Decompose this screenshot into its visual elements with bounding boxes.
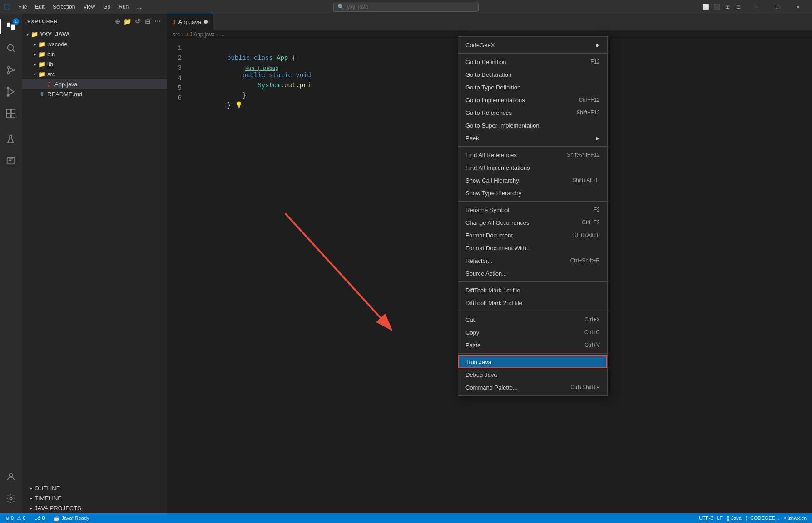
menu-item-label: Source Action... <box>465 270 600 277</box>
collapse-btn[interactable]: ⊟ <box>144 17 152 25</box>
sidebar-outline[interactable]: ▸ OUTLINE <box>22 483 167 493</box>
menu-difftool-1st[interactable]: DiffTool: Mark 1st file <box>458 284 607 296</box>
layout-btn4[interactable]: ⊟ <box>735 3 742 10</box>
tree-src[interactable]: ▾ 📁 src <box>22 69 167 79</box>
breadcrumb-src[interactable]: src <box>173 31 180 38</box>
status-language[interactable]: {} Java <box>724 515 743 521</box>
menu-more[interactable]: ... <box>133 3 145 11</box>
svg-rect-0 <box>7 23 10 27</box>
activity-account[interactable] <box>0 466 22 488</box>
menu-run-java[interactable]: Run Java <box>458 355 607 368</box>
menu-show-type-hierarchy[interactable]: Show Type Hierarchy <box>458 187 607 199</box>
minimize-btn[interactable]: ─ <box>746 0 767 14</box>
layout-btn3[interactable]: ⊞ <box>724 3 731 10</box>
menu-rename-symbol[interactable]: Rename Symbol F2 <box>458 203 607 216</box>
sidebar-java-projects[interactable]: ▸ JAVA PROJECTS <box>22 503 167 513</box>
menu-goto-references[interactable]: Go to References Shift+F12 <box>458 106 607 119</box>
chevron-right-icon: ▸ <box>31 40 38 48</box>
menu-refactor[interactable]: Refactor... Ctrl+Shift+R <box>458 254 607 267</box>
menu-codegee[interactable]: CodeGeeX ▶ <box>458 39 607 51</box>
menu-goto-type-definition[interactable]: Go to Type Definition <box>458 81 607 94</box>
status-right: UTF-8 LF {} Java ⟨⟩ CODEGEE... ✦ znwx.cn <box>697 515 808 521</box>
menu-change-all-occurrences[interactable]: Change All Occurrences Ctrl+F2 <box>458 216 607 229</box>
tree-readme[interactable]: ▸ ℹ README.md <box>22 89 167 99</box>
menu-edit[interactable]: Edit <box>31 3 48 11</box>
menu-file[interactable]: File <box>15 3 30 11</box>
menu-selection[interactable]: Selection <box>49 3 79 11</box>
tree-appjava[interactable]: ▸ J App.java <box>22 79 167 89</box>
title-search[interactable]: 🔍 <box>333 2 479 12</box>
activity-extensions[interactable] <box>0 103 22 124</box>
activity-run-debug[interactable] <box>0 81 22 103</box>
shortcut-label: Ctrl+Shift+R <box>570 257 600 264</box>
menu-paste[interactable]: Paste Ctrl+V <box>458 339 607 351</box>
sidebar-timeline[interactable]: ▸ TIMELINE <box>22 493 167 503</box>
menu-goto-definition[interactable]: Go to Definition F12 <box>458 55 607 68</box>
menu-item-label: Copy <box>465 329 584 336</box>
new-folder-btn[interactable]: 📁 <box>124 17 132 25</box>
line-number: 1 <box>171 43 182 53</box>
menu-source-action[interactable]: Source Action... <box>458 267 607 280</box>
activity-search[interactable] <box>0 37 22 59</box>
new-file-btn[interactable]: ⊕ <box>114 17 122 25</box>
status-errors[interactable]: ⊗ 0 ⚠ 0 <box>4 513 27 523</box>
menu-goto-implementations[interactable]: Go to Implementations Ctrl+F12 <box>458 94 607 106</box>
status-codegee[interactable]: ⟨⟩ CODEGEE... <box>743 515 781 521</box>
project-name: YXY_JAVA <box>40 31 70 38</box>
line-number: 2 <box>171 53 182 63</box>
refresh-btn[interactable]: ↺ <box>134 17 142 25</box>
folder-icon: 📁 <box>38 60 45 68</box>
breadcrumb-more[interactable]: ... <box>220 31 225 38</box>
menu-difftool-2nd[interactable]: DiffTool: Mark 2nd file <box>458 296 607 309</box>
status-line-ending[interactable]: LF <box>715 515 724 521</box>
status-git[interactable]: ⎇ 0 <box>33 513 46 523</box>
shortcut-label: Ctrl+V <box>584 342 600 348</box>
tree-project-root[interactable]: ▾ 📁 YXY_JAVA <box>22 29 167 39</box>
menu-goto-super-implementation[interactable]: Go to Super Implementation <box>458 119 607 132</box>
more-actions-btn[interactable]: ⋯ <box>153 17 162 25</box>
layout-btn[interactable]: ⬜ <box>702 3 709 10</box>
menu-view[interactable]: View <box>79 3 99 11</box>
chevron-right-icon: ▸ <box>27 484 35 492</box>
tab-bar: J App.java <box>167 14 812 30</box>
menu-goto-declaration[interactable]: Go to Declaration <box>458 68 607 81</box>
status-encoding[interactable]: UTF-8 <box>697 515 715 521</box>
activity-flask[interactable] <box>0 128 22 150</box>
menu-find-all-references[interactable]: Find All References Shift+Alt+F12 <box>458 148 607 161</box>
activity-settings[interactable] <box>0 488 22 509</box>
activity-source-control[interactable] <box>0 59 22 81</box>
breadcrumb-file[interactable]: J App.java <box>190 31 215 38</box>
menu-format-document-with[interactable]: Format Document With... <box>458 242 607 254</box>
tree-lib[interactable]: ▸ 📁 lib <box>22 59 167 69</box>
status-java-ready[interactable]: ☕ Java: Ready <box>52 513 91 523</box>
menu-run[interactable]: Run <box>115 3 132 11</box>
menu-show-call-hierarchy[interactable]: Show Call Hierarchy Shift+Alt+H <box>458 174 607 187</box>
titlebar: ⬡ File Edit Selection View Go Run ... 🔍 … <box>0 0 812 14</box>
tab-appjava[interactable]: J App.java <box>167 14 213 30</box>
menu-item-label: Go to Super Implementation <box>465 122 600 129</box>
chevron-down-icon: ▾ <box>24 30 31 38</box>
tree-bin[interactable]: ▸ 📁 bin <box>22 49 167 59</box>
menu-item-label: Peek <box>465 135 596 142</box>
menu-command-palette[interactable]: Command Palette... Ctrl+Shift+P <box>458 381 607 394</box>
menu-cut[interactable]: Cut Ctrl+X <box>458 313 607 326</box>
search-input[interactable] <box>347 4 456 10</box>
menu-peek[interactable]: Peek ▶ <box>458 132 607 144</box>
maximize-btn[interactable]: □ <box>767 0 787 14</box>
svg-point-6 <box>13 69 15 71</box>
menu-debug-java[interactable]: Debug Java <box>458 368 607 381</box>
chevron-down-icon: ▾ <box>31 70 38 78</box>
menu-find-all-implementations[interactable]: Find All Implementations <box>458 161 607 174</box>
tree-vscode[interactable]: ▸ 📁 .vscode <box>22 39 167 49</box>
menu-format-document[interactable]: Format Document Shift+Alt+F <box>458 229 607 242</box>
menu-copy[interactable]: Copy Ctrl+C <box>458 326 607 339</box>
svg-line-3 <box>13 50 15 52</box>
shortcut-label: Ctrl+X <box>584 316 600 323</box>
layout-btn2[interactable]: ⬛ <box>713 3 720 10</box>
menu-go[interactable]: Go <box>99 3 114 11</box>
activity-codegee[interactable] <box>0 150 22 172</box>
close-btn[interactable]: ✕ <box>787 0 808 14</box>
activity-explorer[interactable]: 1 <box>0 15 22 37</box>
codegee-label: ⟨⟩ CODEGEE... <box>745 515 779 521</box>
context-menu: CodeGeeX ▶ Go to Definition F12 Go to De… <box>458 36 608 396</box>
